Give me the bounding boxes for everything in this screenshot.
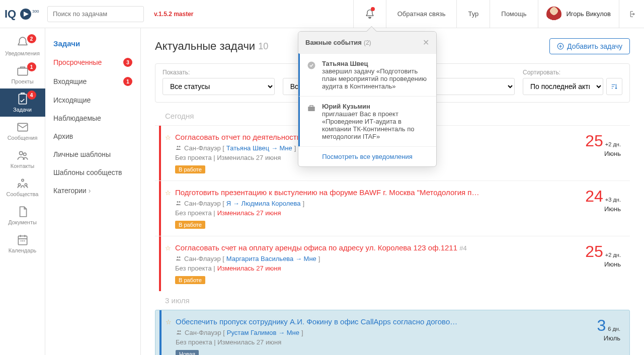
task-item[interactable]: ☆Подготовить презентацию к выстулению на… bbox=[155, 181, 630, 236]
add-button-label: Добавить задачу bbox=[567, 42, 622, 50]
sub-item[interactable]: Входящие1 bbox=[45, 72, 140, 91]
topbar-right: Обратная связь Тур Помощь Игорь Викулов bbox=[353, 0, 644, 28]
categories-label: Категории bbox=[53, 187, 87, 195]
search-input[interactable] bbox=[47, 6, 144, 22]
task-title[interactable]: Подготовить презентацию к выстулению на … bbox=[175, 188, 579, 197]
rail-label: Задачи bbox=[13, 107, 32, 113]
svg-rect-6 bbox=[18, 123, 28, 131]
task-meta-project: Без проекта | Изменилась 27 июня bbox=[176, 338, 591, 346]
sub-item[interactable]: Архив bbox=[45, 127, 140, 145]
sub-item-label: Исходящие bbox=[53, 96, 91, 104]
avatar bbox=[546, 7, 561, 22]
sub-item-label: Входящие bbox=[53, 77, 87, 85]
star-icon[interactable]: ☆ bbox=[165, 134, 171, 141]
group-icon bbox=[175, 201, 182, 207]
group-icon bbox=[175, 256, 182, 262]
filter-sort[interactable]: По последней активност bbox=[523, 78, 603, 95]
feedback-link[interactable]: Обратная связь bbox=[386, 0, 457, 28]
rail-notifications[interactable]: Уведомления2 bbox=[0, 32, 45, 60]
status-bar bbox=[159, 181, 161, 236]
sub-nav: Задачи Просроченные3Входящие1ИсходящиеНа… bbox=[45, 28, 141, 355]
rail-contacts[interactable]: Контакты bbox=[0, 145, 45, 173]
rail-projects[interactable]: Проекты1 bbox=[0, 60, 45, 88]
task-item[interactable]: ☆Согласовать счет на оплату аренды офиса… bbox=[155, 236, 630, 291]
rail-label: Календарь bbox=[9, 247, 37, 253]
star-icon[interactable]: ☆ bbox=[165, 244, 171, 252]
svg-point-14 bbox=[22, 240, 23, 241]
rail-messages[interactable]: Сообщения bbox=[0, 117, 45, 145]
task-tag: Новая bbox=[176, 350, 199, 355]
rail-badge: 2 bbox=[27, 34, 36, 43]
rail-label: Уведомления bbox=[5, 50, 40, 56]
task-title[interactable]: Согласовать счет на оплату аренды офиса … bbox=[175, 243, 579, 252]
task-meta-people: Сан-Флауэр [ Я → Людмила Королева ] bbox=[175, 200, 579, 207]
rail-tasks[interactable]: Задачи4 bbox=[0, 88, 45, 117]
nav-rail: Уведомления2Проекты1Задачи4СообщенияКонт… bbox=[0, 28, 45, 355]
svg-text:300: 300 bbox=[32, 9, 39, 14]
help-link[interactable]: Помощь bbox=[490, 0, 537, 28]
rail-label: Проекты bbox=[11, 78, 33, 84]
task-body: Подготовить презентацию к выстулению на … bbox=[175, 188, 579, 229]
popover-item[interactable]: Юрий Кузьминприглашает Вас в проект «Про… bbox=[298, 96, 436, 146]
section-jul3: 3 июля bbox=[165, 296, 630, 305]
sub-categories[interactable]: Категории › bbox=[45, 182, 140, 200]
rail-label: Документы bbox=[8, 219, 37, 225]
popover-title: Важные события bbox=[305, 39, 362, 46]
communities-icon bbox=[16, 177, 29, 190]
page-count: 10 bbox=[258, 41, 268, 52]
task-body: Согласовать счет на оплату аренды офиса … bbox=[175, 243, 579, 284]
popover-count: (2) bbox=[364, 39, 371, 46]
svg-point-17 bbox=[308, 62, 315, 69]
briefcase-icon bbox=[307, 104, 316, 113]
sub-item[interactable]: Шаблоны сообществ bbox=[45, 163, 140, 182]
event-text: завершил задачу «Подготовить план меропр… bbox=[322, 67, 427, 90]
task-meta-people: Сан-Флауэр [ Маргарита Васильева → Мне ] bbox=[175, 255, 579, 262]
rail-label: Сообщения bbox=[8, 135, 38, 141]
logout-button[interactable] bbox=[619, 0, 644, 28]
task-date: 36 дн.Июль bbox=[597, 317, 620, 355]
star-icon[interactable]: ☆ bbox=[165, 189, 171, 197]
chevron-right-icon: › bbox=[89, 187, 91, 195]
notification-dot bbox=[371, 7, 375, 11]
rail-label: Контакты bbox=[11, 163, 35, 169]
popover-close-button[interactable]: ✕ bbox=[423, 38, 429, 47]
logo[interactable]: IQ300 bbox=[0, 7, 45, 22]
sub-item-label: Шаблоны сообществ bbox=[53, 168, 122, 176]
svg-point-11 bbox=[25, 184, 27, 186]
tour-link[interactable]: Тур bbox=[456, 0, 490, 28]
rail-label: Сообщества bbox=[7, 191, 39, 197]
filter-status[interactable]: Все статусы bbox=[163, 78, 275, 95]
sub-item[interactable]: Исходящие bbox=[45, 91, 140, 109]
svg-point-15 bbox=[24, 240, 25, 241]
popover-view-all[interactable]: Посмотреть все уведомления bbox=[298, 146, 436, 166]
sub-item[interactable]: Личные шаблоны bbox=[45, 145, 140, 163]
task-tag: В работе bbox=[175, 165, 205, 173]
notifications-bell[interactable] bbox=[353, 0, 386, 28]
task-title[interactable]: Обеспечить пропуск сотруднику А.И. Фокин… bbox=[176, 317, 591, 326]
sub-item[interactable]: Наблюдаемые bbox=[45, 109, 140, 127]
group-icon bbox=[175, 145, 182, 151]
contacts-icon bbox=[16, 149, 29, 162]
event-user: Юрий Кузьмин bbox=[322, 103, 370, 110]
sort-icon bbox=[611, 83, 618, 90]
filter-show-label: Показать: bbox=[163, 69, 275, 76]
svg-point-9 bbox=[21, 179, 23, 181]
star-icon[interactable]: ☆ bbox=[166, 318, 172, 326]
rail-communities[interactable]: Сообщества bbox=[0, 173, 45, 201]
rail-documents[interactable]: Документы bbox=[0, 201, 45, 229]
task-meta-people: Сан-Флауэр [ Рустам Галимов → Мне ] bbox=[176, 329, 591, 336]
sub-item-label: Архив bbox=[53, 132, 73, 140]
task-date: 24+3 дн.Июнь bbox=[585, 188, 621, 229]
add-task-button[interactable]: Добавить задачу bbox=[549, 38, 630, 54]
status-bar bbox=[159, 310, 162, 355]
rail-calendar[interactable]: Календарь bbox=[0, 229, 45, 257]
sub-nav-head[interactable]: Задачи bbox=[45, 34, 140, 53]
check-icon bbox=[307, 61, 316, 70]
sub-badge: 3 bbox=[123, 58, 132, 67]
user-menu[interactable]: Игорь Викулов bbox=[538, 0, 619, 28]
rail-badge: 1 bbox=[27, 62, 36, 71]
popover-item[interactable]: Татьяна Швецзавершил задачу «Подготовить… bbox=[298, 53, 436, 96]
task-item[interactable]: ☆Обеспечить пропуск сотруднику А.И. Фоки… bbox=[155, 310, 630, 355]
sort-direction-button[interactable] bbox=[606, 78, 622, 95]
sub-item[interactable]: Просроченные3 bbox=[45, 53, 140, 72]
